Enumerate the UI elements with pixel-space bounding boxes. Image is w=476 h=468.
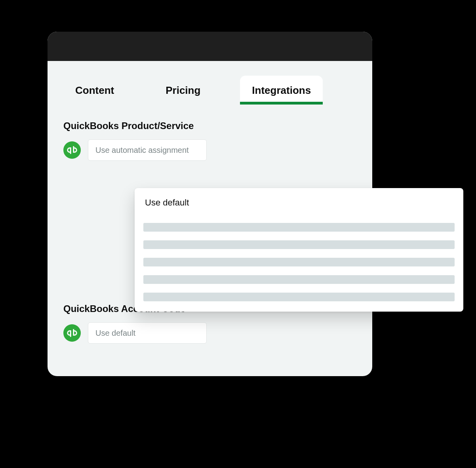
select-product-service-value: Use automatic assignment: [95, 146, 189, 155]
dropdown-product-service: Use default: [135, 188, 463, 312]
label-product-service: QuickBooks Product/Service: [63, 120, 356, 131]
dropdown-option-use-default[interactable]: Use default: [143, 195, 455, 214]
window-titlebar: [48, 32, 372, 61]
tab-pricing[interactable]: Pricing: [154, 76, 212, 105]
section-product-service: QuickBooks Product/Service Use automatic…: [48, 105, 372, 161]
select-account-code[interactable]: Use default: [88, 322, 207, 344]
field-row-account-code: Use default: [63, 322, 356, 344]
dropdown-option-placeholder[interactable]: [143, 240, 455, 249]
dropdown-option-placeholder[interactable]: [143, 275, 455, 284]
tab-content[interactable]: Content: [63, 76, 126, 105]
app-window: Content Pricing Integrations QuickBooks …: [48, 32, 372, 376]
quickbooks-icon: [63, 324, 81, 342]
select-account-code-value: Use default: [95, 329, 135, 338]
tabs-bar: Content Pricing Integrations: [48, 61, 372, 105]
dropdown-option-placeholder[interactable]: [143, 223, 455, 232]
field-row-product-service: Use automatic assignment: [63, 139, 356, 161]
dropdown-option-placeholder[interactable]: [143, 293, 455, 301]
select-product-service[interactable]: Use automatic assignment: [88, 139, 207, 161]
dropdown-option-placeholder[interactable]: [143, 258, 455, 266]
quickbooks-icon: [63, 141, 81, 159]
tab-integrations[interactable]: Integrations: [240, 76, 323, 105]
